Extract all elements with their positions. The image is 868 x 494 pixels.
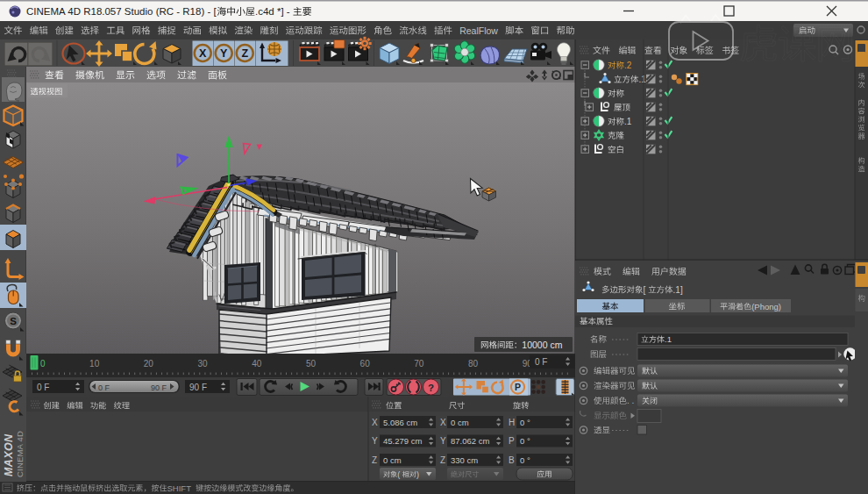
svg-text:?: ?: [428, 383, 434, 393]
svg-text:RealFlow: RealFlow: [459, 25, 498, 36]
svg-text:Z: Z: [440, 455, 445, 465]
svg-text:70: 70: [414, 359, 424, 369]
svg-text:10: 10: [89, 359, 100, 369]
svg-text:0: 0: [40, 359, 46, 369]
svg-text:H: H: [509, 418, 515, 427]
svg-text:.1: .1: [665, 334, 672, 344]
svg-text:40: 40: [252, 359, 262, 369]
svg-text:B: B: [509, 455, 515, 465]
svg-text:CINEMA 4D: CINEMA 4D: [15, 431, 25, 477]
svg-text:(Phong): (Phong): [751, 302, 781, 311]
svg-text:Z: Z: [241, 47, 248, 60]
svg-text:45.279 cm: 45.279 cm: [383, 436, 422, 446]
svg-text:X: X: [199, 47, 207, 60]
svg-text:): ): [416, 470, 419, 479]
svg-text:S: S: [10, 316, 17, 326]
svg-text:.1]: .1]: [673, 285, 683, 295]
svg-text:5.086 cm: 5.086 cm: [383, 418, 417, 427]
svg-text:P: P: [509, 436, 515, 446]
svg-text:. .: . .: [627, 396, 634, 405]
svg-text:0 F: 0 F: [98, 383, 110, 392]
svg-text:30: 30: [198, 359, 209, 369]
svg-text:X: X: [440, 418, 446, 427]
svg-text:.1: .1: [624, 117, 632, 126]
svg-text:(: (: [397, 470, 400, 479]
svg-text:0 F: 0 F: [37, 383, 49, 392]
svg-text:.1: .1: [639, 75, 647, 84]
svg-text:0 F: 0 F: [535, 357, 547, 367]
svg-text:90 F: 90 F: [151, 383, 167, 392]
svg-text:0 °: 0 °: [520, 436, 530, 446]
svg-text:60: 60: [360, 359, 371, 369]
svg-text:[: [: [644, 285, 646, 295]
svg-text:0 cm: 0 cm: [451, 418, 469, 427]
svg-text:10000 cm: 10000 cm: [522, 340, 562, 350]
svg-text:330 cm: 330 cm: [451, 455, 478, 465]
svg-text:X: X: [372, 418, 378, 427]
svg-text:Y: Y: [220, 47, 228, 60]
svg-text:0 cm: 0 cm: [383, 455, 402, 465]
svg-text:CINEMA 4D R18.057 Studio (RC -: CINEMA 4D R18.057 Studio (RC - R18) - [: [26, 6, 217, 17]
svg-text:80: 80: [468, 359, 479, 369]
svg-text:Z: Z: [372, 455, 377, 465]
svg-text:0 °: 0 °: [520, 418, 530, 427]
svg-text:0 °: 0 °: [520, 455, 530, 465]
svg-text:.2: .2: [624, 61, 632, 70]
svg-text:87.062 cm: 87.062 cm: [451, 436, 489, 446]
svg-text:90 F: 90 F: [189, 383, 207, 392]
svg-text:SHIFT: SHIFT: [167, 483, 192, 493]
svg-text:Y: Y: [440, 436, 446, 446]
svg-text:50: 50: [306, 359, 317, 369]
svg-text:.c4d *] -: .c4d *] -: [255, 6, 290, 17]
svg-text:Y: Y: [372, 436, 378, 446]
svg-text:MAXON: MAXON: [3, 433, 15, 476]
svg-text:20: 20: [144, 359, 154, 369]
svg-text:P: P: [515, 382, 521, 392]
